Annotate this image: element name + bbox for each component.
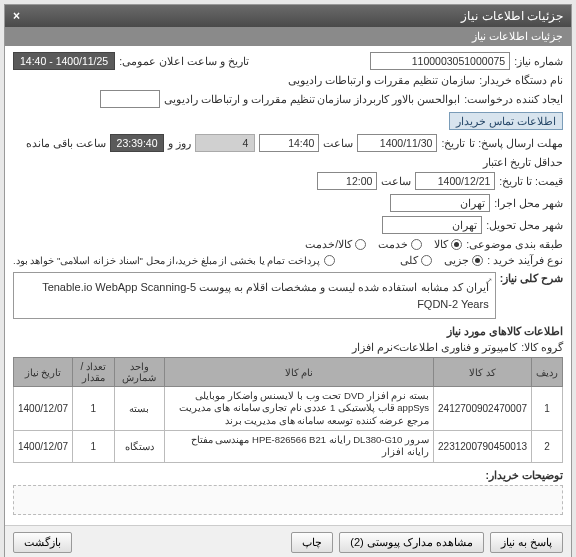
radio-icon xyxy=(472,255,483,266)
label-goods-info: اطلاعات کالاهای مورد نیاز xyxy=(447,325,563,337)
field-remain-time: 23:39:40 xyxy=(110,134,165,152)
window-title: جزئیات اطلاعات نیاز xyxy=(461,9,563,23)
buyer-remarks-area xyxy=(13,485,563,515)
label-buyer-remarks: توضیحات خریدار: xyxy=(486,469,563,481)
field-pub-date: 1400/11/25 - 14:40 xyxy=(13,52,115,70)
value-requester: ابوالحسن بالاور کاربرداز سازمان تنظیم مق… xyxy=(164,93,460,105)
radio-icon xyxy=(421,255,432,266)
goods-table: ردیف کد کالا نام کالا واحد شمارش تعداد /… xyxy=(13,357,563,463)
field-valid-time: 12:00 xyxy=(317,172,377,190)
expand-icon[interactable]: ⤢ xyxy=(485,275,493,289)
label-remain: ساعت باقی مانده xyxy=(26,137,106,149)
grouping-radios: کالا خدمت کالا/خدمت xyxy=(305,238,462,250)
label-exec-city: شهر محل اجرا: xyxy=(494,197,563,209)
th-code: کد کالا xyxy=(434,358,532,387)
contact-button[interactable]: اطلاعات تماس خریدار xyxy=(449,112,563,130)
label-price-until: قیمت: تا تاریخ: xyxy=(499,175,563,187)
main-desc-text: ایران کد مشابه استفاده شده لیست و مشخصات… xyxy=(42,281,489,310)
radio-khedmat[interactable]: خدمت xyxy=(378,238,422,250)
field-valid-date: 1400/12/21 xyxy=(415,172,495,190)
buytype-radios: جزیی کلی xyxy=(400,254,483,266)
print-button[interactable]: چاپ xyxy=(291,532,333,553)
label-need-no: شماره نیاز: xyxy=(514,55,563,67)
value-buyer: سازمان تنظیم مقررات و ارتباطات رادیویی xyxy=(288,74,476,86)
table-row[interactable]: 2 2231200790450013 سرور DL380-G10 رایانه… xyxy=(14,431,563,463)
form-area: شماره نیاز: 1100003051000075 تاریخ و ساع… xyxy=(5,46,571,525)
th-date: تاریخ نیاز xyxy=(14,358,73,387)
table-row[interactable]: 1 2412700902470007 بسته نرم افزار DVD تح… xyxy=(14,387,563,431)
field-need-no: 1100003051000075 xyxy=(370,52,510,70)
close-icon[interactable]: × xyxy=(13,9,20,23)
dialog-window: جزئیات اطلاعات نیاز × جزئیات اطلاعات نیا… xyxy=(4,4,572,557)
label-day-and: روز و xyxy=(168,137,191,149)
label-buy-type: نوع فرآیند خرید : xyxy=(487,254,563,266)
checkbox-icon xyxy=(324,255,335,266)
label-deliver-city: شهر محل تحویل: xyxy=(486,219,563,231)
label-clock1: ساعت xyxy=(323,137,353,149)
section-header: جزئیات اطلاعات نیاز xyxy=(5,27,571,46)
label-valid-min: حداقل تاریخ اعتبار xyxy=(483,156,563,168)
main-desc-box: ⤢ ایران کد مشابه استفاده شده لیست و مشخص… xyxy=(13,272,496,319)
th-unit: واحد شمارش xyxy=(114,358,164,387)
footer-buttons: پاسخ به نیاز مشاهده مدارک پیوستی (2) چاپ… xyxy=(5,525,571,557)
label-deadline: مهلت ارسال پاسخ: تا xyxy=(469,137,563,149)
radio-jozei[interactable]: جزیی xyxy=(444,254,483,266)
radio-both[interactable]: کالا/خدمت xyxy=(305,238,366,250)
label-clock2: ساعت xyxy=(381,175,411,187)
label-main-desc: شرح کلی نیاز: xyxy=(500,272,563,284)
label-partial-pay: پرداخت تمام یا بخشی از مبلغ خرید،از محل … xyxy=(13,255,320,266)
value-goods-group: کامپیوتر و فناوری اطلاعات>نرم افزار xyxy=(352,341,517,353)
radio-kala[interactable]: کالا xyxy=(434,238,462,250)
th-idx: ردیف xyxy=(532,358,563,387)
label-pub-date: تاریخ و ساعت اعلان عمومی: xyxy=(119,55,249,67)
checkbox-partial-pay[interactable] xyxy=(324,255,335,266)
field-contact-blank xyxy=(100,90,160,108)
label-buyer: نام دستگاه خریدار: xyxy=(479,74,563,86)
label-goods-group: گروه کالا: xyxy=(521,341,563,353)
reply-button[interactable]: پاسخ به نیاز xyxy=(490,532,563,553)
field-deadline-date: 1400/11/30 xyxy=(357,134,437,152)
radio-icon xyxy=(355,239,366,250)
field-deliver-city: تهران xyxy=(382,216,482,234)
attachments-button[interactable]: مشاهده مدارک پیوستی (2) xyxy=(339,532,484,553)
field-exec-city: تهران xyxy=(390,194,490,212)
label-grouping: طبقه بندی موضوعی: xyxy=(466,238,563,250)
radio-koli[interactable]: کلی xyxy=(400,254,432,266)
titlebar: جزئیات اطلاعات نیاز × xyxy=(5,5,571,27)
radio-icon xyxy=(451,239,462,250)
radio-icon xyxy=(411,239,422,250)
th-qty: تعداد / مقدار xyxy=(73,358,115,387)
label-deadline-prefix: تاریخ: xyxy=(441,137,465,149)
label-requester: ایجاد کننده درخواست: xyxy=(464,93,563,105)
th-name: نام کالا xyxy=(165,358,434,387)
field-days: 4 xyxy=(195,134,255,152)
close-button[interactable]: بازگشت xyxy=(13,532,72,553)
field-deadline-time: 14:40 xyxy=(259,134,319,152)
